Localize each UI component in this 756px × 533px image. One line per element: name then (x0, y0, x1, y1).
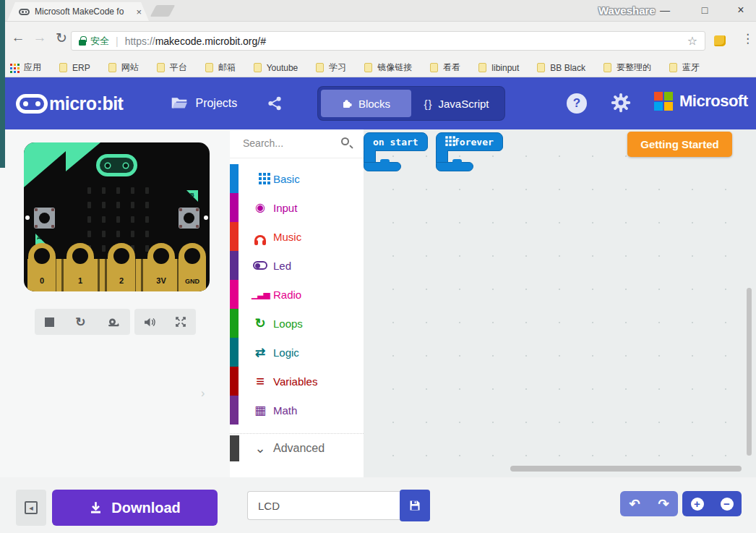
bookmark-icon (316, 63, 324, 72)
stop-icon[interactable] (45, 317, 54, 327)
category-color-bar (230, 222, 239, 251)
minimize-button[interactable]: — (654, 3, 676, 17)
restart-icon[interactable]: ↻ (75, 316, 85, 328)
settings-button[interactable] (611, 93, 631, 116)
bookmark-item[interactable]: 学习 (316, 61, 346, 74)
editor-mode-toggle: Blocks {} JavaScript (318, 87, 504, 120)
bookmark-item[interactable]: Youtube (254, 63, 298, 73)
category-radio[interactable]: ▁▃▅ Radio (230, 280, 364, 309)
button-a[interactable] (34, 208, 55, 229)
tab-close-icon[interactable]: × (136, 7, 142, 17)
tab-blocks[interactable]: Blocks (321, 90, 411, 117)
category-led[interactable]: Led (230, 251, 364, 280)
projects-label: Projects (195, 97, 237, 110)
category-variables[interactable]: ≡ Variables (230, 367, 364, 396)
advanced-color-bar (230, 435, 239, 461)
mute-speaker-icon[interactable] (144, 317, 156, 328)
bookmark-item[interactable]: libinput (478, 63, 519, 73)
bookmark-item[interactable]: 蓝牙 (669, 61, 700, 74)
apps-grid-icon (10, 64, 12, 66)
fullscreen-icon[interactable] (175, 316, 186, 328)
apps-shortcut[interactable]: 应用 (10, 61, 41, 74)
category-label: Basic (273, 173, 300, 185)
chevron-down-icon: ⌄ (252, 440, 269, 456)
search-icon (341, 137, 349, 145)
bookmark-item[interactable]: 镜像链接 (364, 61, 412, 74)
new-tab-button[interactable] (150, 5, 176, 17)
slow-mo-snail-icon[interactable] (107, 316, 120, 328)
browser-tab[interactable]: Microsoft MakeCode fo × (7, 2, 149, 21)
extension-icon[interactable] (714, 35, 726, 46)
editor-footer: ◂ Download ↶ ↷ + − (0, 477, 756, 533)
getting-started-button[interactable]: Getting Started (627, 132, 732, 157)
collapse-simulator-button[interactable]: ◂ (16, 490, 46, 526)
bookmark-label: ERP (72, 63, 90, 73)
shuffle-icon: ⇄ (252, 346, 269, 359)
blocks-workspace[interactable]: on start forever Getting Started (364, 129, 756, 477)
secure-label: 安全 (90, 35, 109, 48)
zoom-group: + − (682, 491, 742, 516)
category-color-bar (230, 367, 239, 396)
project-name-input[interactable] (247, 491, 400, 520)
download-label: Download (111, 500, 181, 516)
tab-javascript[interactable]: {} JavaScript (411, 90, 502, 117)
help-button[interactable]: ? (567, 93, 587, 114)
vertical-scrollbar[interactable] (747, 288, 752, 456)
bookmark-item[interactable]: 邮箱 (205, 61, 236, 74)
share-button[interactable] (267, 96, 282, 111)
bookmark-item[interactable]: 看看 (430, 61, 460, 74)
forever-block[interactable]: forever (436, 132, 503, 171)
category-logic[interactable]: ⇄ Logic (230, 338, 364, 367)
category-math[interactable]: ▦ Math (230, 396, 364, 425)
bookmark-item[interactable]: 平台 (157, 61, 187, 74)
on-start-block[interactable]: on start (364, 132, 428, 171)
toggle-icon (252, 260, 269, 271)
zoom-out-button[interactable]: − (712, 491, 742, 516)
pin-3v[interactable]: 3V (147, 243, 175, 291)
category-music[interactable]: Music (230, 222, 364, 251)
microbit-logo-icon (16, 94, 48, 114)
pin-0[interactable]: 0 (28, 243, 56, 291)
horizontal-scrollbar[interactable] (510, 466, 742, 472)
bookmark-item[interactable]: 要整理的 (603, 61, 651, 74)
search-input[interactable] (243, 134, 337, 153)
bookmark-icon (430, 63, 438, 72)
close-button[interactable]: × (730, 3, 752, 17)
undo-button[interactable]: ↶ (620, 491, 649, 516)
advanced-toggle[interactable]: ⌄ Advanced (230, 433, 364, 462)
reload-icon[interactable]: ↻ (52, 30, 71, 46)
pin-1[interactable]: 1 (66, 243, 94, 291)
redo-button[interactable]: ↷ (649, 491, 678, 516)
advanced-label: Advanced (273, 442, 325, 455)
board-accent-triangle (66, 142, 100, 171)
button-b[interactable] (179, 208, 199, 229)
zoom-in-button[interactable]: + (682, 491, 712, 516)
bookmark-icon (59, 63, 67, 72)
share-icon (267, 96, 282, 111)
microsoft-logo[interactable]: Microsoft (654, 92, 748, 111)
address-separator: | (116, 35, 119, 47)
bookmark-item[interactable]: ERP (59, 63, 90, 73)
bookmark-label: 镜像链接 (377, 61, 412, 74)
pin-2[interactable]: 2 (108, 243, 135, 291)
save-button[interactable] (400, 490, 430, 521)
address-bar[interactable]: 安全 | https://makecode.microbit.org/# ☆ (71, 31, 705, 51)
category-list: Basic ◉ Input Music Led ▁▃▅ Radio (230, 164, 364, 425)
puzzle-icon (342, 98, 353, 109)
projects-button[interactable]: Projects (171, 97, 237, 110)
bookmark-item[interactable]: BB Black (537, 63, 585, 73)
bookmark-item[interactable]: 网站 (108, 61, 139, 74)
minus-circle-icon: − (721, 498, 734, 511)
back-icon[interactable]: ← (9, 30, 27, 46)
pin-gnd[interactable]: GND (179, 243, 206, 291)
download-button[interactable]: Download (52, 490, 218, 526)
category-input[interactable]: ◉ Input (230, 193, 364, 222)
chrome-menu-icon[interactable]: ⋮ (742, 31, 754, 46)
plus-circle-icon: + (691, 498, 704, 511)
bookmark-icon (254, 63, 262, 72)
category-loops[interactable]: ↻ Loops (230, 309, 364, 338)
bookmark-star-icon[interactable]: ☆ (687, 34, 697, 48)
maximize-button[interactable]: □ (694, 3, 716, 17)
category-basic[interactable]: Basic (230, 164, 364, 193)
panel-resize-chevron-icon[interactable]: › (201, 387, 205, 400)
